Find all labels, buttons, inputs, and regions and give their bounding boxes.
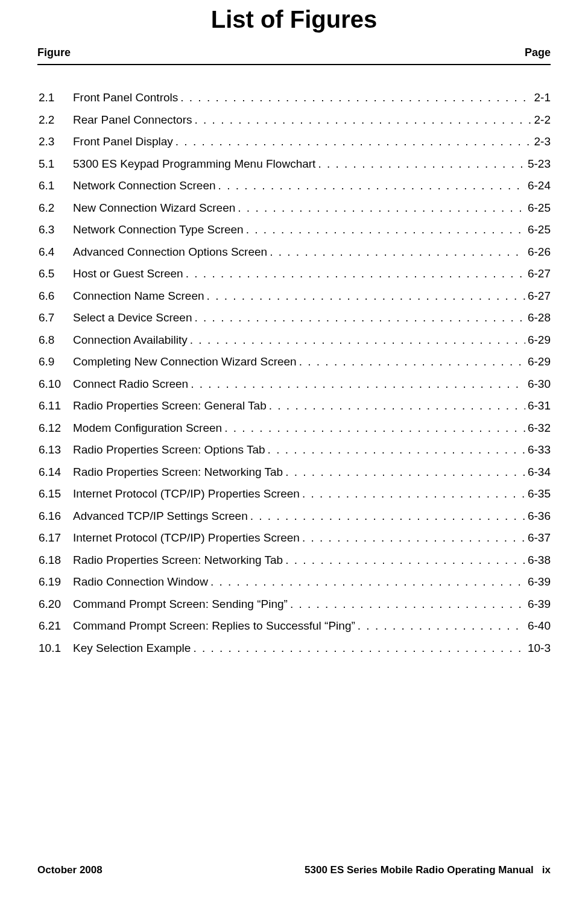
entry-title: Completing New Connection Wizard Screen: [73, 353, 297, 371]
toc-entry: 6.6Connection Name Screen6-27: [39, 288, 551, 305]
entry-leader-dots: [290, 596, 525, 613]
footer-page-number: ix: [542, 864, 551, 876]
entry-title: Front Panel Controls: [73, 89, 178, 107]
column-header-figure: Figure: [37, 46, 71, 59]
toc-entry: 6.1Network Connection Screen6-24: [39, 177, 551, 195]
entry-page: 6-24: [528, 177, 551, 195]
entry-page: 6-38: [528, 552, 551, 569]
entry-leader-dots: [195, 112, 532, 129]
entry-number: 2.2: [39, 112, 73, 129]
column-header-row: Figure Page: [37, 46, 551, 65]
entry-title: Radio Properties Screen: General Tab: [73, 397, 267, 415]
footer-date: October 2008: [37, 864, 103, 876]
entry-leader-dots: [175, 133, 532, 151]
entry-leader-dots: [246, 221, 525, 239]
toc-entry: 6.21Command Prompt Screen: Replies to Su…: [39, 618, 551, 635]
toc-entry: 10.1Key Selection Example10-3: [39, 640, 551, 657]
entry-title: Advanced TCP/IP Settings Screen: [73, 508, 248, 525]
toc-entry: 6.4Advanced Connection Options Screen6-2…: [39, 244, 551, 261]
entry-page: 6-31: [528, 397, 551, 415]
entry-title: Select a Device Screen: [73, 309, 192, 327]
entry-number: 5.1: [39, 156, 73, 173]
entry-page: 6-33: [528, 441, 551, 459]
entry-number: 2.1: [39, 89, 73, 107]
toc-entry: 2.2Rear Panel Connectors2-2: [39, 112, 551, 129]
entry-page: 2-3: [534, 133, 551, 151]
entry-page: 6-35: [528, 485, 551, 503]
entry-leader-dots: [358, 618, 525, 635]
entry-title: Rear Panel Connectors: [73, 112, 192, 129]
entry-leader-dots: [269, 397, 525, 415]
entry-number: 6.7: [39, 309, 73, 327]
toc-entry: 6.15Internet Protocol (TCP/IP) Propertie…: [39, 485, 551, 503]
entry-page: 6-30: [528, 376, 551, 393]
toc-entry: 6.7Select a Device Screen6-28: [39, 309, 551, 327]
entry-leader-dots: [224, 420, 525, 437]
entry-title: Radio Connection Window: [73, 573, 208, 591]
entry-number: 6.2: [39, 200, 73, 217]
toc-entry: 6.3Network Connection Type Screen6-25: [39, 221, 551, 239]
entry-number: 6.1: [39, 177, 73, 195]
entry-title: Connect Radio Screen: [73, 376, 188, 393]
entry-number: 6.20: [39, 596, 73, 613]
entry-page: 6-39: [528, 573, 551, 591]
entry-title: 5300 ES Keypad Programming Menu Flowchar…: [73, 156, 315, 173]
toc-entry: 6.13Radio Properties Screen: Options Tab…: [39, 441, 551, 459]
toc-entries: 2.1Front Panel Controls2-12.2Rear Panel …: [37, 89, 551, 657]
entry-number: 6.11: [39, 397, 73, 415]
entry-title: Radio Properties Screen: Options Tab: [73, 441, 265, 459]
entry-leader-dots: [250, 508, 525, 525]
entry-number: 6.5: [39, 265, 73, 283]
entry-page: 6-37: [528, 529, 551, 547]
entry-title: Network Connection Type Screen: [73, 221, 244, 239]
entry-page: 6-40: [528, 618, 551, 635]
entry-page: 5-23: [528, 156, 551, 173]
entry-number: 10.1: [39, 640, 73, 657]
entry-number: 6.13: [39, 441, 73, 459]
entry-number: 6.3: [39, 221, 73, 239]
entry-title: Internet Protocol (TCP/IP) Properties Sc…: [73, 529, 300, 547]
entry-number: 6.16: [39, 508, 73, 525]
entry-title: Connection Name Screen: [73, 288, 204, 305]
entry-number: 6.4: [39, 244, 73, 261]
toc-entry: 6.17Internet Protocol (TCP/IP) Propertie…: [39, 529, 551, 547]
entry-leader-dots: [210, 573, 525, 591]
entry-number: 6.6: [39, 288, 73, 305]
entry-title: Advanced Connection Options Screen: [73, 244, 267, 261]
toc-entry: 6.20Command Prompt Screen: Sending “Ping…: [39, 596, 551, 613]
entry-page: 2-2: [534, 112, 551, 129]
toc-entry: 5.15300 ES Keypad Programming Menu Flowc…: [39, 156, 551, 173]
entry-number: 6.15: [39, 485, 73, 503]
page-title: List of Figures: [37, 6, 551, 33]
entry-number: 6.14: [39, 464, 73, 481]
entry-leader-dots: [186, 265, 525, 283]
footer-right: 5300 ES Series Mobile Radio Operating Ma…: [305, 864, 551, 876]
entry-page: 2-1: [534, 89, 551, 107]
entry-page: 6-25: [528, 200, 551, 217]
toc-entry: 6.2New Connection Wizard Screen6-25: [39, 200, 551, 217]
entry-leader-dots: [193, 640, 525, 657]
entry-title: Host or Guest Screen: [73, 265, 183, 283]
entry-leader-dots: [270, 244, 525, 261]
entry-leader-dots: [285, 464, 525, 481]
toc-entry: 6.10Connect Radio Screen6-30: [39, 376, 551, 393]
entry-page: 6-29: [528, 332, 551, 349]
toc-entry: 6.18Radio Properties Screen: Networking …: [39, 552, 551, 569]
entry-title: New Connection Wizard Screen: [73, 200, 235, 217]
toc-entry: 6.19Radio Connection Window6-39: [39, 573, 551, 591]
toc-entry: 6.9Completing New Connection Wizard Scre…: [39, 353, 551, 371]
toc-entry: 6.5Host or Guest Screen6-27: [39, 265, 551, 283]
entry-page: 6-34: [528, 464, 551, 481]
entry-leader-dots: [268, 441, 525, 459]
entry-number: 6.8: [39, 332, 73, 349]
entry-title: Modem Configuration Screen: [73, 420, 222, 437]
entry-page: 6-29: [528, 353, 551, 371]
entry-number: 2.3: [39, 133, 73, 151]
entry-title: Network Connection Screen: [73, 177, 216, 195]
entry-leader-dots: [190, 332, 525, 349]
entry-title: Command Prompt Screen: Replies to Succes…: [73, 618, 355, 635]
toc-entry: 6.8Connection Availability6-29: [39, 332, 551, 349]
entry-title: Radio Properties Screen: Networking Tab: [73, 552, 283, 569]
entry-leader-dots: [207, 288, 525, 305]
entry-leader-dots: [238, 200, 525, 217]
